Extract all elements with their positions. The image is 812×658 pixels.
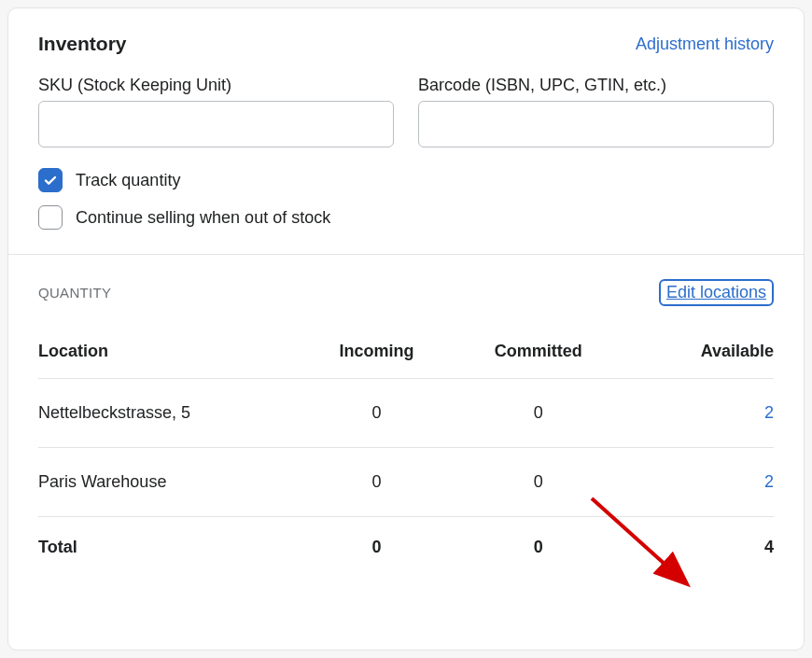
track-quantity-checkbox[interactable] [38,168,63,192]
sku-input[interactable] [38,101,394,147]
col-incoming: Incoming [303,332,451,379]
track-quantity-label: Track quantity [76,171,180,190]
barcode-field-group: Barcode (ISBN, UPC, GTIN, etc.) [418,76,774,147]
col-available: Available [626,332,774,379]
adjustment-history-link[interactable]: Adjustment history [636,35,774,54]
total-committed: 0 [450,517,626,567]
total-label: Total [38,517,303,567]
table-row: Paris Warehouse 0 0 2 [38,448,774,517]
cell-location: Nettelbeckstrasse, 5 [38,379,303,448]
page-title: Inventory [38,33,127,55]
inventory-section: Inventory Adjustment history SKU (Stock … [8,8,804,254]
sku-label: SKU (Stock Keeping Unit) [38,76,394,95]
edit-locations-link[interactable]: Edit locations [659,279,774,306]
table-total-row: Total 0 0 4 [38,517,774,567]
barcode-label: Barcode (ISBN, UPC, GTIN, etc.) [418,76,774,95]
quantity-header-row: QUANTITY Edit locations [38,279,774,306]
locations-table: Location Incoming Committed Available Ne… [38,332,774,567]
check-icon [43,173,58,188]
inventory-card: Inventory Adjustment history SKU (Stock … [7,7,805,651]
track-quantity-row: Track quantity [38,168,774,192]
total-incoming: 0 [303,517,451,567]
col-location: Location [38,332,303,379]
col-committed: Committed [450,332,626,379]
field-row: SKU (Stock Keeping Unit) Barcode (ISBN, … [38,76,774,147]
available-link[interactable]: 2 [764,472,774,491]
quantity-section: QUANTITY Edit locations Location Incomin… [8,254,804,591]
header-row: Inventory Adjustment history [38,33,774,55]
total-available: 4 [626,517,774,567]
cell-available: 2 [626,448,774,517]
table-row: Nettelbeckstrasse, 5 0 0 2 [38,379,774,448]
barcode-input[interactable] [418,101,774,147]
cell-location: Paris Warehouse [38,448,303,517]
quantity-subhead: QUANTITY [38,285,111,301]
cell-committed: 0 [450,379,626,448]
cell-committed: 0 [450,448,626,517]
continue-selling-label: Continue selling when out of stock [76,208,330,228]
table-header-row: Location Incoming Committed Available [38,332,774,379]
continue-selling-checkbox[interactable] [38,205,63,230]
cell-available: 2 [626,379,774,448]
available-link[interactable]: 2 [764,403,774,422]
continue-selling-row: Continue selling when out of stock [38,205,774,230]
cell-incoming: 0 [303,448,451,517]
sku-field-group: SKU (Stock Keeping Unit) [38,76,394,147]
cell-incoming: 0 [303,379,451,448]
